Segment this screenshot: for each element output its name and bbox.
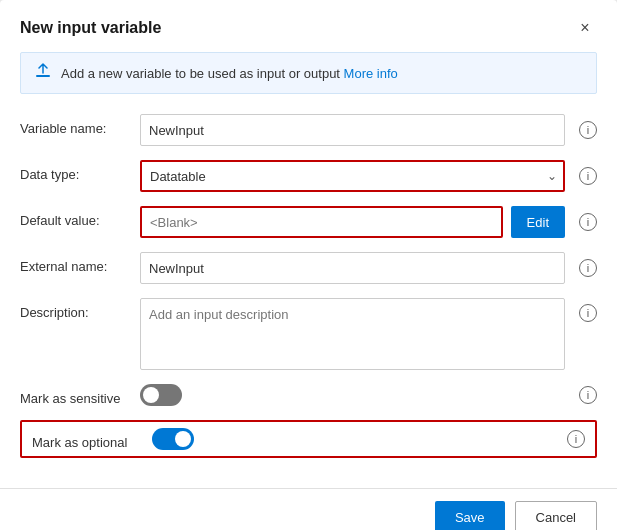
mark-optional-toggle[interactable] bbox=[152, 428, 194, 450]
dialog-header: New input variable × bbox=[0, 0, 617, 52]
description-input[interactable] bbox=[140, 298, 565, 370]
mark-sensitive-control: i bbox=[140, 384, 597, 406]
more-info-link[interactable]: More info bbox=[344, 66, 398, 81]
dialog-title: New input variable bbox=[20, 19, 161, 37]
mark-optional-slider bbox=[152, 428, 194, 450]
external-name-label: External name: bbox=[20, 252, 140, 274]
data-type-row: Data type: Datatable Text Number Boolean… bbox=[20, 160, 597, 192]
data-type-select-wrapper: Datatable Text Number Boolean List Custo… bbox=[140, 160, 565, 192]
default-value-label: Default value: bbox=[20, 206, 140, 228]
variable-name-control: i bbox=[140, 114, 597, 146]
default-value-control: Edit i bbox=[140, 206, 597, 238]
upload-icon bbox=[35, 63, 51, 83]
banner-text: Add a new variable to be used as input o… bbox=[61, 66, 398, 81]
default-value-input[interactable] bbox=[140, 206, 503, 238]
external-name-input[interactable] bbox=[140, 252, 565, 284]
mark-optional-label: Mark as optional bbox=[32, 428, 152, 450]
mark-sensitive-slider bbox=[140, 384, 182, 406]
form-body: Variable name: i Data type: Datatable Te… bbox=[0, 110, 617, 488]
close-button[interactable]: × bbox=[573, 16, 597, 40]
mark-optional-row: Mark as optional i bbox=[32, 428, 585, 450]
external-name-control: i bbox=[140, 252, 597, 284]
external-name-info-icon: i bbox=[579, 259, 597, 277]
mark-optional-row-outlined: Mark as optional i bbox=[20, 420, 597, 458]
mark-sensitive-info-icon: i bbox=[579, 386, 597, 404]
variable-name-input[interactable] bbox=[140, 114, 565, 146]
external-name-row: External name: i bbox=[20, 252, 597, 284]
mark-sensitive-toggle[interactable] bbox=[140, 384, 182, 406]
svg-rect-0 bbox=[36, 75, 50, 77]
default-value-row: Default value: Edit i bbox=[20, 206, 597, 238]
data-type-select[interactable]: Datatable Text Number Boolean List Custo… bbox=[140, 160, 565, 192]
description-row: Description: i bbox=[20, 298, 597, 370]
save-button[interactable]: Save bbox=[435, 501, 505, 530]
variable-name-info-icon: i bbox=[579, 121, 597, 139]
description-label: Description: bbox=[20, 298, 140, 320]
info-banner: Add a new variable to be used as input o… bbox=[20, 52, 597, 94]
mark-sensitive-row: Mark as sensitive i bbox=[20, 384, 597, 406]
variable-name-row: Variable name: i bbox=[20, 114, 597, 146]
mark-optional-control: i bbox=[152, 428, 585, 450]
mark-optional-info-icon: i bbox=[567, 430, 585, 448]
default-value-info-icon: i bbox=[579, 213, 597, 231]
cancel-button[interactable]: Cancel bbox=[515, 501, 597, 530]
description-control: i bbox=[140, 298, 597, 370]
data-type-info-icon: i bbox=[579, 167, 597, 185]
mark-optional-toggle-wrap bbox=[152, 428, 194, 450]
data-type-control: Datatable Text Number Boolean List Custo… bbox=[140, 160, 597, 192]
new-input-variable-dialog: New input variable × Add a new variable … bbox=[0, 0, 617, 530]
description-info-icon: i bbox=[579, 304, 597, 322]
mark-sensitive-toggle-wrap bbox=[140, 384, 182, 406]
mark-sensitive-label: Mark as sensitive bbox=[20, 384, 140, 406]
data-type-label: Data type: bbox=[20, 160, 140, 182]
edit-button[interactable]: Edit bbox=[511, 206, 565, 238]
dialog-footer: Save Cancel bbox=[0, 488, 617, 530]
variable-name-label: Variable name: bbox=[20, 114, 140, 136]
